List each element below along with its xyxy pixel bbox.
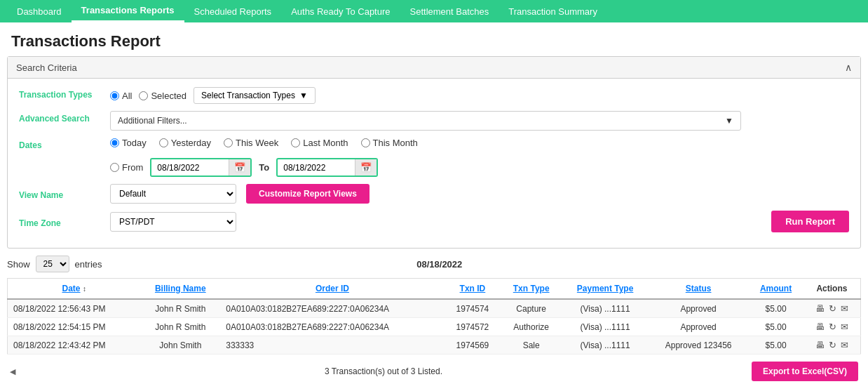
date-from-input[interactable] [151, 160, 229, 176]
view-name-select[interactable]: Default [110, 184, 236, 204]
radio-today[interactable] [110, 138, 119, 147]
date-to-input[interactable] [278, 160, 355, 176]
col-status[interactable]: Status [649, 279, 748, 300]
cell-amount: $5.00 [748, 336, 803, 355]
radio-this-month-text: This Month [373, 138, 418, 148]
nav-item-transactions-reports[interactable]: Transactions Reports [72, 0, 184, 22]
cell-order-id: 0A010A03:0182B27EA689:2227:0A06234A [220, 318, 444, 336]
col-amount[interactable]: Amount [748, 279, 803, 300]
entries-label: entries [75, 259, 102, 270]
print-icon[interactable]: 🖶 [815, 322, 825, 332]
radio-all-text: All [122, 91, 132, 101]
radio-yesterday[interactable] [159, 138, 168, 147]
date-radios: Today Yesterday This Week Last Month [110, 138, 418, 148]
nav-item-auths-ready[interactable]: Auths Ready To Capture [281, 0, 400, 22]
time-zone-select[interactable]: PST/PDT [110, 212, 236, 232]
advanced-search-box[interactable]: Additional Filters... ▼ [110, 111, 741, 131]
cell-billing-name: John R Smith [140, 318, 220, 336]
order-id-sort-link[interactable]: Order ID [316, 284, 349, 293]
email-icon[interactable]: ✉ [841, 322, 848, 332]
entries-select[interactable]: 25 [36, 256, 69, 272]
print-icon[interactable]: 🖶 [815, 303, 825, 314]
amount-sort-link[interactable]: Amount [760, 284, 792, 293]
table-section: Show 25 entries 08/18/2022 Date ↕ Billin… [7, 256, 861, 381]
radio-last-month-label[interactable]: Last Month [291, 138, 348, 148]
dropdown-icon: ▼ [299, 91, 308, 100]
radio-yesterday-label[interactable]: Yesterday [159, 138, 211, 148]
cell-billing-name: John Smith [140, 336, 220, 355]
date-from-input-wrap: 📅 [150, 158, 252, 177]
radio-yesterday-text: Yesterday [171, 138, 211, 148]
adv-dropdown-icon: ▼ [725, 116, 733, 126]
nav-item-settlement-batches[interactable]: Settlement Batches [400, 0, 499, 22]
nav-item-dashboard[interactable]: Dashboard [7, 0, 72, 22]
email-icon[interactable]: ✉ [841, 340, 848, 350]
radio-this-month-label[interactable]: This Month [361, 138, 418, 148]
table-footer: ◀ 3 Transaction(s) out of 3 Listed. Expo… [7, 362, 861, 381]
print-icon[interactable]: 🖶 [815, 340, 825, 350]
search-criteria-panel: Search Criteria ∧ Transaction Types All … [7, 56, 861, 249]
radio-last-month[interactable] [291, 138, 300, 147]
cell-status: Approved [649, 318, 748, 336]
customize-report-views-button[interactable]: Customize Report Views [246, 184, 369, 204]
cell-amount: $5.00 [748, 299, 803, 318]
col-date[interactable]: Date ↕ [8, 279, 141, 300]
col-payment-type[interactable]: Payment Type [562, 279, 649, 300]
collapse-icon[interactable]: ∧ [845, 62, 852, 73]
time-zone-row: Time Zone PST/PDT Run Report [19, 211, 849, 232]
advanced-search-placeholder: Additional Filters... [118, 116, 187, 126]
email-icon[interactable]: ✉ [841, 303, 848, 314]
nav-item-transaction-summary[interactable]: Transaction Summary [499, 0, 607, 22]
show-label: Show [7, 259, 30, 270]
payment-type-sort-link[interactable]: Payment Type [577, 284, 633, 293]
date-to-calendar-button[interactable]: 📅 [355, 159, 377, 176]
view-name-row: View Name Default Customize Report Views [19, 184, 849, 204]
txn-id-sort-link[interactable]: Txn ID [460, 284, 486, 293]
cell-date: 08/18/2022 12:54:15 PM [8, 318, 141, 336]
col-txn-type[interactable]: Txn Type [501, 279, 562, 300]
cell-txn-id: 1974572 [445, 318, 501, 336]
date-sort-link[interactable]: Date [62, 284, 81, 293]
sort-icon[interactable]: ↕ [83, 285, 86, 293]
radio-all-label[interactable]: All [110, 91, 132, 101]
radio-this-month[interactable] [361, 138, 370, 147]
table-header: Date ↕ Billing Name Order ID Txn ID Txn … [8, 279, 861, 300]
refresh-icon[interactable]: ↻ [829, 303, 836, 314]
transaction-types-controls: All Selected Select Transaction Types ▼ [110, 87, 849, 104]
radio-this-week-label[interactable]: This Week [224, 138, 278, 148]
nav-item-scheduled-reports[interactable]: Scheduled Reports [184, 0, 282, 22]
run-report-button[interactable]: Run Report [771, 211, 849, 232]
cell-txn-type: Capture [501, 299, 562, 318]
export-to-excel-button[interactable]: Export to Excel(CSV) [752, 362, 858, 381]
advanced-search-controls: Additional Filters... ▼ [110, 111, 849, 131]
radio-this-week[interactable] [224, 138, 233, 147]
date-to-input-wrap: 📅 [276, 158, 378, 177]
search-panel-header[interactable]: Search Criteria ∧ [8, 57, 860, 79]
view-name-label: View Name [19, 187, 110, 200]
col-billing-name[interactable]: Billing Name [140, 279, 220, 300]
col-actions: Actions [803, 279, 861, 300]
date-from-calendar-button[interactable]: 📅 [229, 159, 250, 176]
advanced-search-row: Advanced Search Additional Filters... ▼ [19, 111, 849, 131]
to-label: To [259, 162, 269, 173]
select-transaction-types-label: Select Transaction Types [201, 91, 295, 100]
radio-all[interactable] [110, 91, 119, 100]
table-top: Show 25 entries 08/18/2022 [7, 256, 861, 272]
select-transaction-types-button[interactable]: Select Transaction Types ▼ [194, 87, 316, 104]
radio-from[interactable] [110, 163, 119, 172]
status-sort-link[interactable]: Status [686, 284, 712, 293]
radio-selected[interactable] [139, 91, 148, 100]
txn-type-sort-link[interactable]: Txn Type [513, 284, 550, 293]
radio-from-label[interactable]: From [110, 162, 143, 173]
radio-selected-label[interactable]: Selected [139, 91, 187, 101]
col-txn-id[interactable]: Txn ID [445, 279, 501, 300]
radio-today-text: Today [122, 138, 147, 148]
transactions-table: Date ↕ Billing Name Order ID Txn ID Txn … [7, 278, 861, 355]
refresh-icon[interactable]: ↻ [829, 340, 836, 350]
radio-today-label[interactable]: Today [110, 138, 147, 148]
table-row: 08/18/2022 12:56:43 PM John R Smith 0A01… [8, 299, 861, 318]
col-order-id[interactable]: Order ID [220, 279, 444, 300]
radio-last-month-text: Last Month [303, 138, 348, 148]
billing-name-sort-link[interactable]: Billing Name [155, 284, 206, 293]
refresh-icon[interactable]: ↻ [829, 322, 836, 332]
